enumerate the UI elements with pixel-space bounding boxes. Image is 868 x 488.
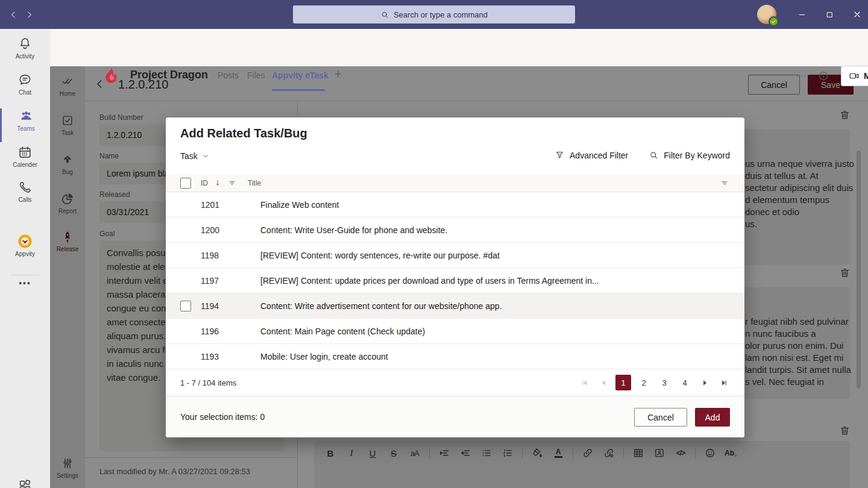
column-header-title[interactable]: Title [248,179,261,187]
pagination-bar: 1 - 7 / 104 items 1234 [166,369,744,396]
rail-label: Calls [18,196,31,203]
channel-info-icon[interactable] [818,70,829,81]
camera-icon [849,70,860,81]
page-number-button[interactable]: 4 [677,375,693,390]
rail-item-activity[interactable]: Activity [0,36,50,70]
table-row[interactable]: 1196 Content: Main Page content (Check u… [166,319,744,344]
task-id-cell: 1198 [201,251,227,260]
task-title-cell: [REVIEW] Content: wordy sentences, re-wr… [260,251,500,260]
table-row[interactable]: 1200 Content: Write User-Guide for phone… [166,217,744,243]
search-placeholder: Search or type a command [394,10,488,19]
column-filter-icon[interactable] [228,179,236,187]
row-checkbox[interactable] [180,301,191,311]
bell-icon [17,36,33,51]
chat-icon [17,72,33,87]
select-all-checkbox[interactable] [180,178,191,189]
add-related-task-modal: Add Related Task/Bug Task Advanced Filte… [166,117,744,437]
task-title-cell: [REVIEW] Content: update prices per down… [260,276,599,286]
rail-divider [11,275,39,275]
selection-count-text: Your selection items: 0 [180,412,265,422]
filter-tools: Advanced Filter Filter By Keyword [555,150,730,160]
modal-footer: Your selection items: 0 Cancel Add [166,396,744,437]
task-id-cell: 1201 [201,200,227,210]
task-title-cell: Content: Main Page content (Check update… [260,327,425,336]
table-row[interactable]: 1197 [REVIEW] Content: update prices per… [166,268,744,293]
user-avatar[interactable] [757,5,776,24]
rail-label: Appvity [15,251,35,257]
table-row[interactable]: 1194 Content: Write advertisement conten… [166,293,744,319]
window-minimize-button[interactable] [788,0,816,29]
advanced-filter-label: Advanced Filter [570,151,628,160]
teams-icon [19,108,34,124]
next-page-icon[interactable] [697,375,712,390]
pagination-summary: 1 - 7 / 104 items [180,378,236,387]
title-bar: Search or type a command [0,0,868,29]
page-numbers: 1234 [615,375,693,390]
modal-add-button[interactable]: Add [695,408,730,427]
pagination-controls: 1234 [577,375,731,390]
task-id-cell: 1200 [201,225,227,235]
search-input[interactable]: Search or type a command [293,5,575,23]
column-header-id[interactable]: ID [201,179,208,187]
page-number-button[interactable]: 2 [636,375,652,390]
rail-label: Teams [17,125,34,132]
type-select-dropdown[interactable]: Task [180,151,209,161]
page-number-button[interactable]: 3 [656,375,672,390]
active-tab-underline [272,89,325,91]
table-row[interactable]: 1198 [REVIEW] Content: wordy sentences, … [166,243,744,268]
task-id-cell: 1196 [201,327,227,336]
phone-icon [17,180,33,195]
channel-more-button[interactable]: ··· [796,70,807,80]
advanced-filter-button[interactable]: Advanced Filter [555,150,628,160]
appvity-logo [17,234,33,249]
rail-item-calender[interactable]: Calender [0,145,50,178]
task-table-body: 1201 Finalize Web content 1200 Content: … [166,192,744,369]
forward-nav-icon[interactable] [22,7,36,22]
back-nav-icon[interactable] [6,7,20,22]
calendar-icon [17,145,33,160]
funnel-icon [555,150,565,160]
rail-label: Chat [19,89,31,96]
modal-cancel-button[interactable]: Cancel [634,408,687,427]
window-close-button[interactable] [843,0,868,29]
rail-item-calls[interactable]: Calls [0,180,50,213]
rail-item-chat[interactable]: Chat [0,72,50,106]
tab-appvity-etask[interactable]: Appvity eTask [272,70,329,80]
presence-available-icon [770,17,778,25]
rail-item-teams[interactable]: Teams [0,108,50,142]
page-number-button[interactable]: 1 [615,375,631,390]
last-page-icon[interactable] [717,375,731,390]
teams-window: Search or type a command Project Dragon … [0,0,868,488]
rail-item-appvity[interactable]: Appvity [0,234,50,267]
table-row[interactable]: 1201 Finalize Web content [166,192,744,217]
meet-button[interactable]: Meet [841,66,868,86]
task-id-cell: 1197 [201,276,227,286]
table-row[interactable]: 1193 Mobile: User login, create account [166,344,744,369]
meet-button-main[interactable]: Meet [841,66,868,86]
search-icon [380,10,389,19]
tab-files[interactable]: Files [247,70,265,80]
chevron-down-icon [202,152,209,160]
rail-item-apps[interactable]: Apps [0,478,50,488]
type-select-value: Task [180,151,198,161]
first-page-icon[interactable] [577,375,591,390]
table-filter-icon[interactable] [720,179,729,187]
window-maximize-button[interactable] [816,0,843,29]
apps-grid-icon [17,478,33,488]
task-id-cell: 1194 [201,301,227,311]
team-name: Project Dragon [130,69,208,81]
task-id-cell: 1193 [201,352,227,361]
filter-by-keyword-label: Filter By Keyword [664,151,730,160]
modal-title: Add Related Task/Bug [180,127,307,140]
sort-descending-icon[interactable] [213,179,222,187]
search-icon [649,150,659,160]
filter-by-keyword-button[interactable]: Filter By Keyword [649,150,730,160]
app-rail: Activity Chat Teams Calender Calls Appvi… [0,29,50,488]
rail-label: Activity [16,53,35,60]
tab-posts[interactable]: Posts [218,70,239,80]
task-title-cell: Mobile: User login, create account [260,352,388,361]
add-tab-button[interactable]: + [335,67,342,81]
rail-more-button[interactable]: ••• [0,278,50,288]
previous-page-icon[interactable] [596,375,611,390]
task-title-cell: Content: Write advertisement content for… [260,301,502,311]
